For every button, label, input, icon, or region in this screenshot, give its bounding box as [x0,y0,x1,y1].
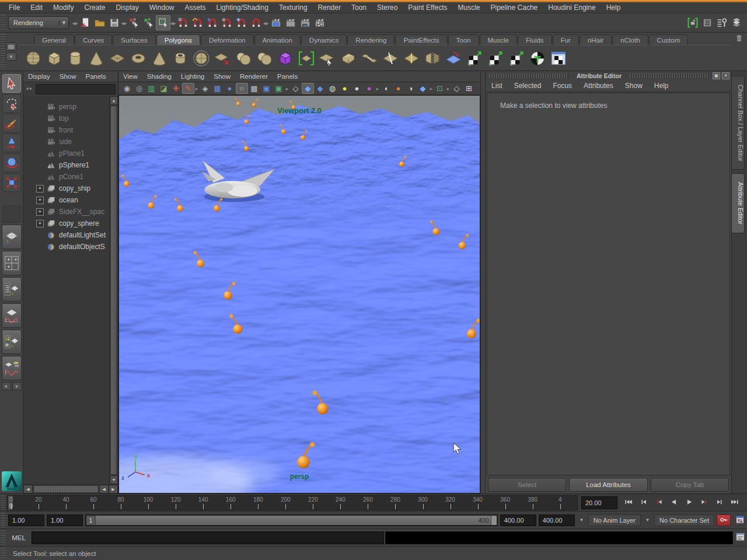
scroll-up-icon[interactable]: ▲ [110,96,118,105]
outliner-menu-display[interactable]: Display [23,72,55,81]
outliner-item-pPlane1[interactable]: pPlane1 [23,148,109,159]
attribute-editor-menu-help[interactable]: Help [648,80,675,91]
shadows-icon[interactable]: ◖ [380,83,392,94]
tool-settings-icon[interactable] [714,15,729,30]
smooth-shade-icon[interactable]: ▦ [211,83,224,94]
multi-cut-icon[interactable] [381,47,400,69]
snap-to-view-plane-icon[interactable] [234,15,249,30]
go-to-start-button[interactable] [621,496,636,509]
close-panel-icon[interactable]: ✕ [722,72,729,79]
menu-texturing[interactable]: Texturing [274,2,313,13]
outliner-item-pSphere1[interactable]: pSphere1 [23,159,109,171]
poly-pipe-icon[interactable] [170,47,190,69]
outliner-menu-show[interactable]: Show [55,72,81,81]
command-line-grip[interactable] [1,530,5,545]
outliner-item-top[interactable]: top [23,113,109,124]
load-attributes-button[interactable]: Load Attributes [569,478,647,492]
insert-edge-loop-icon[interactable] [402,47,421,69]
layout-outliner-persp-button[interactable] [2,277,22,302]
rotate-tool[interactable] [2,153,21,172]
outliner-item-copy_sphere[interactable]: +copy_sphere [23,218,109,229]
menu-help[interactable]: Help [601,2,626,13]
current-time-field[interactable]: 20.00 [581,496,617,509]
material-shade-icon[interactable]: ● [224,83,236,94]
save-scene-icon[interactable] [107,15,121,30]
menu-pipeline-cache[interactable]: Pipeline Cache [486,2,543,13]
multisample-icon[interactable]: ◆ [417,83,429,94]
range-bar[interactable] [86,516,497,525]
range-end-handle[interactable] [491,516,497,525]
texture-placement-icon[interactable]: ▣ [273,83,285,94]
menu-modify[interactable]: Modify [48,2,79,13]
outliner-item-front[interactable]: front [23,124,109,136]
shelf-tab-fluids[interactable]: Fluids [518,34,552,45]
wireframe-on-shaded-icon[interactable]: ▩ [248,83,260,94]
command-line-language-label[interactable]: MEL [6,534,32,541]
attribute-editor-menu-attributes[interactable]: Attributes [578,80,619,91]
snap-to-point-icon[interactable] [205,15,219,30]
menu-lighting-shading[interactable]: Lighting/Shading [211,2,273,13]
last-tool-slot[interactable] [2,205,21,223]
playback-start-field[interactable]: 1.00 [47,514,83,526]
play-forwards-button[interactable] [682,496,697,509]
spherical-mapping-icon[interactable] [507,47,526,69]
shelf-tab-rendering[interactable]: Rendering [347,34,395,45]
layout-persp-graph-button[interactable] [2,303,22,328]
viewport-menu-shading[interactable]: Shading [142,72,176,81]
planar-mapping-icon[interactable] [465,47,484,69]
command-line-output[interactable] [385,531,733,544]
attribute-editor-menu-show[interactable]: Show [619,80,648,91]
range-start-handle[interactable]: 1 [86,516,96,525]
scroll-down-icon[interactable]: ▼ [110,475,118,484]
layout-hypershade-persp-button[interactable] [2,330,22,354]
select-component-icon[interactable] [156,15,170,30]
default-lighting-icon[interactable]: ● [338,83,351,94]
poly-extrude-icon[interactable] [317,47,337,69]
character-set-selector[interactable]: No Character Set [654,514,714,526]
flat-shade-icon[interactable]: ○ [236,83,248,94]
menu-stereo[interactable]: Stereo [372,2,403,13]
scroll-left-icon[interactable]: ◀ [99,485,109,494]
command-line-input[interactable] [32,531,384,544]
default-material-icon[interactable]: ◇ [289,83,302,94]
menu-paint-effects[interactable]: Paint Effects [403,2,452,13]
shelf-tab-custom[interactable]: Custom [649,34,689,45]
all-lights-icon[interactable]: ● [351,83,363,94]
scroll-left-icon[interactable]: ◀ [23,485,33,494]
play-backwards-button[interactable] [666,496,682,509]
menu-assets[interactable]: Assets [179,2,211,13]
menu-render[interactable]: Render [313,2,346,13]
shelf-tab-animation[interactable]: Animation [254,34,301,45]
menu-set-selector[interactable]: Rendering ▼ [8,16,69,29]
select-by-name-icon[interactable] [685,15,700,30]
expand-icon[interactable]: + [36,220,44,228]
scroll-right-icon[interactable]: ▶ [109,485,118,494]
viewport-menu-renderer[interactable]: Renderer [235,72,273,81]
shelf-tab-toon[interactable]: Toon [448,34,479,45]
shelf-tab-menu-button[interactable]: ▼ [6,52,16,61]
outliner-item-pCone1[interactable]: pCone1 [23,171,109,183]
paint-select-tool[interactable] [2,114,21,132]
copy-tab-button[interactable]: Copy Tab [651,478,729,492]
group-collapse-icon[interactable]: ◂▸ [263,15,268,30]
menu-window[interactable]: Window [144,2,180,13]
ipr-render-icon[interactable]: IPR [298,15,312,30]
expand-icon[interactable]: + [36,197,44,204]
grease-pencil-icon[interactable]: ✎ [182,83,194,94]
menu-muscle[interactable]: Muscle [453,2,486,13]
isolate-select-shelf-icon[interactable] [296,47,316,69]
wireframe-icon[interactable]: ◈ [199,83,211,94]
animation-preferences-button[interactable] [733,514,747,526]
sidebar-tab-channel-box-layer-editor[interactable]: Channel Box / Layer Editor [732,76,745,170]
viewport-menu-view[interactable]: View [118,72,142,81]
menu-file[interactable]: File [4,2,25,13]
menu-edit[interactable]: Edit [25,2,48,13]
attribute-editor-titlebar[interactable]: Attribute Editor ▣ ✕ [486,71,731,80]
shelf-tab-ncloth[interactable]: nCloth [612,34,648,45]
scrollbar-thumb[interactable] [110,106,117,475]
chevron-down-icon[interactable]: ▼ [577,517,586,523]
viewport-menu-panels[interactable]: Panels [273,72,302,81]
render-settings-icon[interactable] [312,15,327,30]
layout-dropdown-button[interactable]: ▼ [12,382,22,390]
poly-reduce-icon[interactable] [212,47,232,69]
